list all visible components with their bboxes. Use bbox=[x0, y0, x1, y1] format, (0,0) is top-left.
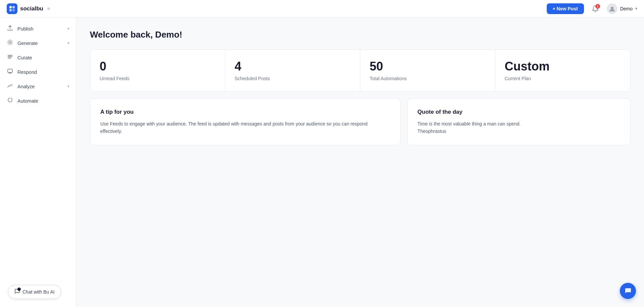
sidebar-item-respond[interactable]: Respond bbox=[0, 65, 76, 79]
stat-card-scheduled-posts: 4 Scheduled Posts bbox=[225, 50, 361, 91]
quote-card-text: Time is the most valuable thing a man ca… bbox=[418, 120, 620, 135]
scheduled-posts-label: Scheduled Posts bbox=[235, 76, 351, 81]
sidebar-item-publish[interactable]: Publish ▾ bbox=[0, 21, 76, 36]
current-plan-number: Custom bbox=[505, 60, 621, 73]
notification-button[interactable]: 1 bbox=[589, 3, 601, 15]
total-automations-number: 50 bbox=[370, 60, 486, 73]
chat-bu-ai-button[interactable]: Chat with Bu AI bbox=[8, 285, 61, 299]
user-menu-chevron: ▾ bbox=[635, 6, 637, 11]
stat-card-current-plan: Custom Current Plan bbox=[495, 50, 631, 91]
svg-rect-3 bbox=[12, 9, 15, 11]
svg-point-4 bbox=[611, 7, 613, 9]
scheduled-posts-number: 4 bbox=[235, 60, 351, 73]
automate-label: Automate bbox=[17, 98, 38, 104]
svg-rect-6 bbox=[8, 55, 12, 56]
chat-fab-button[interactable] bbox=[620, 283, 636, 299]
publish-label: Publish bbox=[17, 26, 34, 32]
tip-card-title: A tip for you bbox=[100, 109, 390, 115]
stat-card-unread-feeds: 0 Unread Feeds bbox=[90, 50, 225, 91]
nav-right: + New Post 1 Demo ▾ bbox=[547, 3, 637, 15]
notification-badge: 1 bbox=[595, 4, 600, 9]
automate-icon bbox=[7, 97, 13, 105]
unread-feeds-label: Unread Feeds bbox=[100, 76, 216, 81]
stat-card-total-automations: 50 Total Automations bbox=[360, 50, 495, 91]
publish-chevron: ▾ bbox=[67, 27, 69, 31]
app-name: socialbu bbox=[20, 5, 43, 12]
svg-point-5 bbox=[9, 41, 11, 43]
generate-label: Generate bbox=[17, 41, 38, 46]
analyze-icon bbox=[7, 83, 13, 90]
current-plan-label: Current Plan bbox=[505, 76, 621, 81]
bottom-cards-row: A tip for you Use Feeds to engage with y… bbox=[90, 98, 631, 146]
total-automations-label: Total Automations bbox=[370, 76, 486, 81]
generate-icon bbox=[7, 39, 13, 47]
user-name: Demo bbox=[620, 6, 633, 11]
chat-dot bbox=[17, 288, 21, 291]
curate-icon bbox=[7, 54, 13, 61]
new-post-button[interactable]: + New Post bbox=[547, 3, 584, 14]
unread-feeds-number: 0 bbox=[100, 60, 216, 73]
welcome-title: Welcome back, Demo! bbox=[90, 30, 631, 40]
main-content: Welcome back, Demo! 0 Unread Feeds 4 Sch… bbox=[76, 17, 644, 307]
sidebar-item-generate[interactable]: Generate ▾ bbox=[0, 36, 76, 50]
analyze-chevron: ▾ bbox=[67, 84, 69, 89]
generate-chevron: ▾ bbox=[67, 41, 69, 45]
publish-icon bbox=[7, 25, 13, 33]
chat-fab-icon bbox=[624, 287, 632, 295]
chat-icon-wrap bbox=[14, 289, 20, 295]
sidebar-item-curate[interactable]: Curate bbox=[0, 50, 76, 65]
quote-card-title: Quote of the day bbox=[418, 109, 620, 115]
respond-icon bbox=[7, 68, 13, 76]
sidebar: Publish ▾ Generate ▾ bbox=[0, 17, 76, 307]
sidebar-item-analyze[interactable]: Analyze ▾ bbox=[0, 79, 76, 94]
top-navigation: socialbu + New Post 1 Demo ▾ bbox=[0, 0, 644, 17]
svg-rect-2 bbox=[9, 9, 12, 11]
svg-rect-9 bbox=[8, 69, 12, 72]
svg-rect-7 bbox=[8, 56, 12, 57]
user-menu-button[interactable]: Demo ▾ bbox=[607, 3, 637, 14]
stats-row: 0 Unread Feeds 4 Scheduled Posts 50 Tota… bbox=[90, 49, 631, 92]
logo-dot bbox=[47, 7, 50, 10]
respond-label: Respond bbox=[17, 69, 37, 75]
analyze-label: Analyze bbox=[17, 84, 35, 89]
user-avatar bbox=[607, 3, 618, 14]
sidebar-item-automate[interactable]: Automate bbox=[0, 94, 76, 108]
logo-area: socialbu bbox=[7, 3, 50, 14]
svg-rect-8 bbox=[8, 58, 11, 58]
tip-card: A tip for you Use Feeds to engage with y… bbox=[90, 98, 400, 146]
svg-rect-0 bbox=[9, 6, 12, 8]
curate-label: Curate bbox=[17, 55, 32, 60]
app-body: Publish ▾ Generate ▾ bbox=[0, 17, 644, 307]
tip-card-text: Use Feeds to engage with your audience. … bbox=[100, 120, 390, 135]
chat-button-label: Chat with Bu AI bbox=[22, 289, 55, 295]
logo-icon bbox=[7, 3, 17, 14]
svg-rect-1 bbox=[12, 6, 15, 8]
quote-card: Quote of the day Time is the most valuab… bbox=[407, 98, 631, 146]
